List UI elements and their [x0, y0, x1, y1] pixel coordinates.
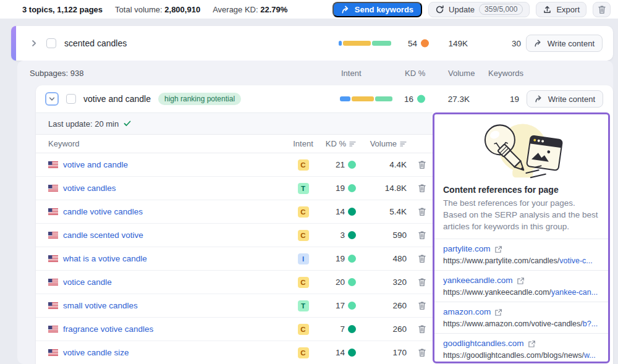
- kd-dot: [348, 325, 356, 333]
- keyword-link[interactable]: candle scented votive: [63, 231, 143, 240]
- subpages-count-label: Subpages: 938: [30, 61, 83, 85]
- external-link-icon: [517, 277, 525, 285]
- delete-keyword-icon[interactable]: [418, 254, 426, 263]
- collapse-subpage-toggle[interactable]: [45, 92, 59, 106]
- delete-keyword-icon[interactable]: [418, 348, 426, 357]
- topic-accent-bar: [11, 26, 16, 61]
- send-arrow-icon: [535, 95, 543, 103]
- keyword-row: votive and candle C 21 4.4K: [36, 153, 433, 177]
- reference-domain-link[interactable]: amazon.com: [443, 307, 502, 318]
- volume-value: 170: [356, 348, 407, 357]
- update-button[interactable]: Update 359/5,000: [428, 2, 530, 17]
- subpages-col-keywords: Keywords: [488, 61, 523, 85]
- toolbar-actions: Send keywords Update 359/5,000 Export: [332, 2, 611, 17]
- keyword-row: fragrance votive candles C 7 260: [36, 318, 433, 341]
- subpage-header-row: votive and candle high ranking potential…: [36, 85, 613, 112]
- topic-card: scented candles 54 149K 30 Write content: [11, 26, 613, 61]
- keyword-link[interactable]: votive and candle: [63, 160, 128, 169]
- topic-keywords-count: 30: [483, 39, 521, 48]
- kd-dot: [348, 208, 356, 216]
- subpage-write-content-button[interactable]: Write content: [527, 90, 603, 108]
- ranking-potential-badge: high ranking potential: [158, 93, 241, 105]
- keyword-row: votive candles T 19 14.8K: [36, 177, 433, 200]
- delete-keyword-icon[interactable]: [418, 301, 426, 310]
- toolbar: 3 topics, 1,122 pages Total volume: 2,80…: [0, 0, 618, 19]
- topic-write-content-button[interactable]: Write content: [526, 35, 603, 52]
- keyword-row: what is a votive candle I 19 480: [36, 247, 433, 271]
- topic-checkbox[interactable]: [46, 38, 56, 48]
- keyword-link[interactable]: votive candles: [63, 184, 116, 193]
- chevron-down-icon: [48, 95, 56, 103]
- last-update-text: Last update: 20 min: [48, 119, 119, 129]
- keyword-link[interactable]: candle votive candles: [63, 207, 143, 216]
- subpages-col-volume: Volume: [448, 61, 475, 85]
- volume-value: 260: [356, 324, 407, 334]
- subpage-kd-value: 16: [404, 95, 413, 104]
- subpage-checkbox[interactable]: [66, 94, 76, 104]
- keyword-link[interactable]: small votive candles: [63, 301, 138, 310]
- us-flag-icon: [48, 326, 58, 332]
- subpages-col-kd: KD %: [405, 61, 425, 85]
- topic-kd-value: 54: [408, 39, 417, 48]
- kd-value: 14: [336, 207, 345, 216]
- keyword-row: small votive candles T 17 260: [36, 294, 433, 318]
- update-quota-badge: 359/5,000: [479, 4, 523, 15]
- reference-item: yankeecandle.com https://www.yankeecandl…: [434, 270, 608, 302]
- sort-icon[interactable]: [400, 141, 407, 147]
- reference-item: amazon.com https://www.amazon.com/votive…: [434, 302, 608, 333]
- us-flag-icon: [48, 279, 58, 286]
- keyword-link[interactable]: what is a votive candle: [63, 254, 147, 263]
- volume-value: 480: [356, 254, 407, 263]
- send-arrow-icon: [534, 39, 543, 48]
- col-keyword: Keyword: [48, 139, 286, 148]
- total-volume-stat: Total volume: 2,800,910: [115, 5, 200, 14]
- content-references-panel: Content references for page The best ref…: [433, 112, 610, 363]
- panel-title: Content references for page: [443, 185, 599, 195]
- volume-value: 5.4K: [356, 207, 407, 216]
- col-volume[interactable]: Volume: [356, 139, 407, 148]
- kd-value: 19: [336, 254, 345, 263]
- col-kd[interactable]: KD %: [320, 139, 356, 148]
- us-flag-icon: [48, 302, 58, 309]
- send-keywords-button[interactable]: Send keywords: [332, 2, 422, 17]
- us-flag-icon: [48, 208, 58, 215]
- external-link-icon: [528, 340, 536, 348]
- volume-value: 260: [356, 301, 407, 310]
- expand-topic-icon[interactable]: [30, 39, 38, 48]
- external-link-icon: [494, 245, 502, 253]
- kd-value: 7: [340, 324, 345, 334]
- intent-badge: I: [298, 253, 309, 265]
- kd-value: 3: [340, 231, 345, 240]
- us-flag-icon: [48, 185, 58, 192]
- reference-domain-link[interactable]: partylite.com: [443, 243, 502, 255]
- keyword-row: candle scented votive C 3 590: [36, 224, 433, 247]
- keyword-link[interactable]: votive candle size: [63, 348, 129, 357]
- reference-domain-link[interactable]: yankeecandle.com: [443, 275, 525, 286]
- delete-button[interactable]: [593, 2, 611, 17]
- refresh-icon: [435, 5, 444, 14]
- reference-item: partylite.com https://www.partylite.com/…: [434, 239, 608, 270]
- delete-keyword-icon[interactable]: [418, 324, 426, 334]
- reference-url: https://goodlightcandles.com/blogs/news/…: [443, 350, 599, 361]
- trash-icon: [598, 5, 606, 14]
- volume-value: 320: [356, 277, 407, 287]
- delete-keyword-icon[interactable]: [418, 207, 426, 216]
- delete-keyword-icon[interactable]: [418, 160, 426, 169]
- intent-badge: T: [298, 183, 309, 194]
- delete-keyword-icon[interactable]: [418, 231, 426, 240]
- kd-dot: [348, 278, 356, 286]
- keyword-link[interactable]: fragrance votive candles: [63, 324, 153, 334]
- delete-keyword-icon[interactable]: [418, 277, 426, 287]
- send-arrow-icon: [341, 5, 350, 14]
- sort-icon[interactable]: [349, 141, 356, 147]
- keyword-link[interactable]: votice candle: [63, 277, 112, 287]
- kd-dot: [348, 161, 356, 169]
- volume-value: 590: [356, 231, 407, 240]
- col-intent: Intent: [286, 139, 320, 148]
- delete-keyword-icon[interactable]: [418, 184, 426, 193]
- export-button[interactable]: Export: [536, 2, 586, 17]
- reference-domain-link[interactable]: goodlightcandles.com: [443, 338, 536, 349]
- last-update-bar: Last update: 20 min: [36, 112, 433, 135]
- lightbulb-illustration: [434, 114, 608, 180]
- reference-url: https://www.amazon.com/votive-candles/b?…: [443, 319, 599, 329]
